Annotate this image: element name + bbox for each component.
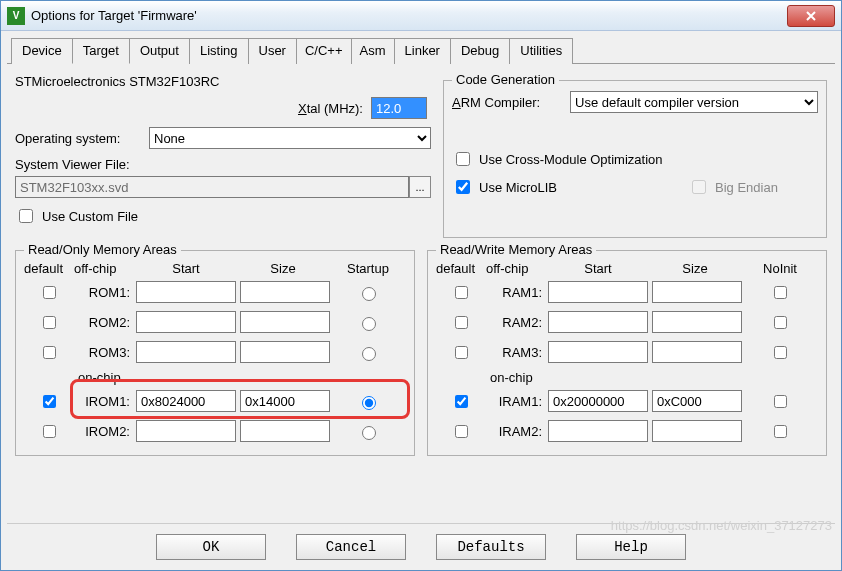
tab-target[interactable]: Target xyxy=(72,38,130,64)
rom2-startup[interactable] xyxy=(362,317,376,331)
irom2-default[interactable] xyxy=(43,425,56,438)
button-bar: OK Cancel Defaults Help xyxy=(7,523,835,570)
armcomp-label: ARM Compiler: xyxy=(452,95,562,110)
titlebar: V Options for Target 'Firmware' xyxy=(1,1,841,31)
ram3-start[interactable] xyxy=(548,341,648,363)
close-button[interactable] xyxy=(787,5,835,27)
window-title: Options for Target 'Firmware' xyxy=(31,8,787,23)
rom2-start[interactable] xyxy=(136,311,236,333)
help-button[interactable]: Help xyxy=(576,534,686,560)
rom1-start[interactable] xyxy=(136,281,236,303)
ram1-default[interactable] xyxy=(455,286,468,299)
irom1-size[interactable] xyxy=(240,390,330,412)
iram2-start[interactable] xyxy=(548,420,648,442)
ram3-noinit[interactable] xyxy=(774,346,787,359)
xtal-label: Xtal (MHz): xyxy=(298,101,363,116)
rom3-size[interactable] xyxy=(240,341,330,363)
iram1-start[interactable] xyxy=(548,390,648,412)
ram1-row: RAM1: xyxy=(436,280,818,304)
irom1-row: IROM1: xyxy=(24,389,406,413)
ram2-start[interactable] xyxy=(548,311,648,333)
microlib-check[interactable]: Use MicroLIB xyxy=(452,177,688,197)
ram2-size[interactable] xyxy=(652,311,742,333)
rom3-row: ROM3: xyxy=(24,340,406,364)
irom1-start[interactable] xyxy=(136,390,236,412)
tab-linker[interactable]: Linker xyxy=(394,38,451,64)
xtal-input[interactable] xyxy=(371,97,427,119)
irom2-start[interactable] xyxy=(136,420,236,442)
ram2-default[interactable] xyxy=(455,316,468,329)
cross-opt-check[interactable]: Use Cross-Module Optimization xyxy=(452,149,818,169)
rom3-startup[interactable] xyxy=(362,347,376,361)
iram1-default[interactable] xyxy=(455,395,468,408)
rom3-default[interactable] xyxy=(43,346,56,359)
ram3-size[interactable] xyxy=(652,341,742,363)
armcomp-select[interactable]: Use default compiler version xyxy=(570,91,818,113)
use-custom-file-check[interactable]: Use Custom File xyxy=(15,206,138,226)
defaults-button[interactable]: Defaults xyxy=(436,534,546,560)
iram2-size[interactable] xyxy=(652,420,742,442)
tab-user[interactable]: User xyxy=(248,38,297,64)
rom1-startup[interactable] xyxy=(362,287,376,301)
tab-utilities[interactable]: Utilities xyxy=(509,38,573,64)
close-icon xyxy=(805,10,817,22)
iram2-default[interactable] xyxy=(455,425,468,438)
rom2-default[interactable] xyxy=(43,316,56,329)
target-panel: STMicroelectronics STM32F103RC Xtal (MHz… xyxy=(7,64,835,523)
os-select[interactable]: None xyxy=(149,127,431,149)
cancel-button[interactable]: Cancel xyxy=(296,534,406,560)
mcu-label: STMicroelectronics STM32F103RC xyxy=(15,74,219,89)
ram1-start[interactable] xyxy=(548,281,648,303)
iram2-noinit[interactable] xyxy=(774,425,787,438)
ram1-noinit[interactable] xyxy=(774,286,787,299)
ram3-default[interactable] xyxy=(455,346,468,359)
client-area: Device Target Output Listing User C/C++ … xyxy=(1,31,841,570)
rom3-start[interactable] xyxy=(136,341,236,363)
iram2-row: IRAM2: xyxy=(436,419,818,443)
ram2-noinit[interactable] xyxy=(774,316,787,329)
irom2-startup[interactable] xyxy=(362,426,376,440)
tab-strip: Device Target Output Listing User C/C++ … xyxy=(7,37,835,64)
tab-asm[interactable]: Asm xyxy=(351,38,395,64)
ram3-row: RAM3: xyxy=(436,340,818,364)
codegen-legend: Code Generation xyxy=(452,72,559,87)
options-window: V Options for Target 'Firmware' Device T… xyxy=(0,0,842,571)
rom1-row: ROM1: xyxy=(24,280,406,304)
iram1-size[interactable] xyxy=(652,390,742,412)
rw-legend: Read/Write Memory Areas xyxy=(436,242,596,257)
svf-label: System Viewer File: xyxy=(15,157,431,172)
irom1-default[interactable] xyxy=(43,395,56,408)
codegen-group: Code Generation ARM Compiler: Use defaul… xyxy=(443,80,827,238)
rom1-size[interactable] xyxy=(240,281,330,303)
ram2-row: RAM2: xyxy=(436,310,818,334)
tab-listing[interactable]: Listing xyxy=(189,38,249,64)
rom1-default[interactable] xyxy=(43,286,56,299)
svf-input xyxy=(15,176,409,198)
tab-output[interactable]: Output xyxy=(129,38,190,64)
ok-button[interactable]: OK xyxy=(156,534,266,560)
iram1-noinit[interactable] xyxy=(774,395,787,408)
bigendian-check: Big Endian xyxy=(688,177,818,197)
rw-group: Read/Write Memory Areas default off-chip… xyxy=(427,250,827,456)
irom2-row: IROM2: xyxy=(24,419,406,443)
os-label: Operating system: xyxy=(15,131,141,146)
rom2-size[interactable] xyxy=(240,311,330,333)
ram1-size[interactable] xyxy=(652,281,742,303)
irom2-size[interactable] xyxy=(240,420,330,442)
tab-device[interactable]: Device xyxy=(11,38,73,64)
app-icon: V xyxy=(7,7,25,25)
iram1-row: IRAM1: xyxy=(436,389,818,413)
ro-group: Read/Only Memory Areas default off-chip … xyxy=(15,250,415,456)
irom1-startup[interactable] xyxy=(362,396,376,410)
tab-cpp[interactable]: C/C++ xyxy=(296,38,352,64)
svf-browse-button[interactable]: ... xyxy=(409,176,431,198)
rom2-row: ROM2: xyxy=(24,310,406,334)
ro-legend: Read/Only Memory Areas xyxy=(24,242,181,257)
tab-debug[interactable]: Debug xyxy=(450,38,510,64)
